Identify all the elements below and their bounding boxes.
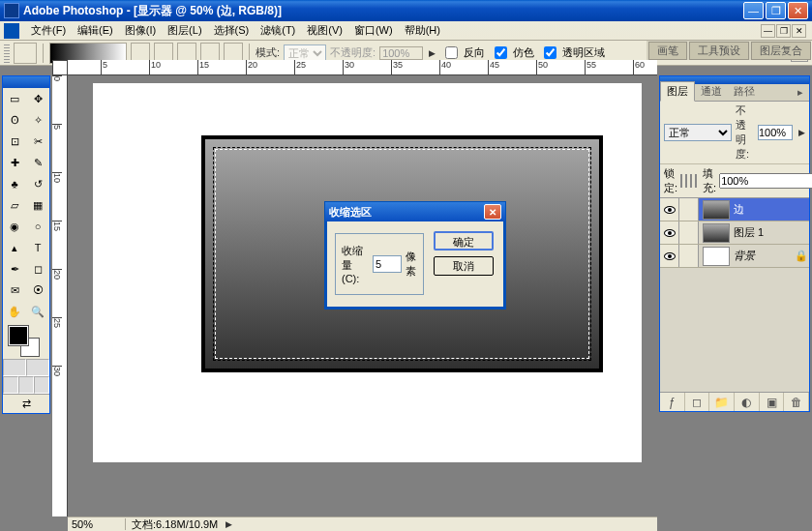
toolbox-header[interactable] — [3, 76, 49, 88]
visibility-icon[interactable] — [664, 229, 676, 237]
docinfo-menu-icon[interactable]: ▶ — [226, 519, 232, 529]
shape-tool[interactable]: ◻ — [26, 258, 49, 280]
lock-position-icon[interactable] — [690, 174, 692, 188]
ruler-vertical[interactable]: 0 5 10 15 20 25 30 — [52, 75, 68, 516]
healing-tool[interactable]: ✚ — [3, 152, 26, 173]
ruler-horizontal[interactable]: 0 5 10 15 20 25 30 35 40 45 50 55 60 — [52, 60, 657, 75]
menu-filter[interactable]: 滤镜(T) — [255, 21, 301, 40]
pen-tool[interactable]: ✒ — [3, 258, 26, 280]
notes-tool[interactable]: ✉ — [3, 280, 26, 301]
layer-name[interactable]: 背景 — [734, 249, 794, 263]
lasso-tool[interactable]: ʘ — [3, 109, 26, 131]
menu-edit[interactable]: 编辑(E) — [72, 21, 119, 40]
menu-view[interactable]: 视图(V) — [301, 21, 348, 40]
amount-input[interactable] — [373, 255, 402, 273]
path-select-tool[interactable]: ▴ — [3, 237, 26, 258]
opacity-arrow-icon[interactable]: ▶ — [429, 48, 436, 58]
tab-paths[interactable]: 路径 — [728, 82, 761, 101]
marquee-tool[interactable]: ▭ — [3, 88, 26, 109]
zoom-tool[interactable]: 🔍 — [26, 301, 49, 322]
ok-button[interactable]: 确定 — [434, 231, 494, 251]
layer-set-button[interactable]: 📁 — [709, 393, 735, 411]
link-column[interactable] — [679, 221, 699, 244]
well-tab-layercomps[interactable]: 图层复合 — [751, 42, 811, 60]
opacity-flyout-icon[interactable]: ▶ — [798, 128, 805, 137]
screenmode-full[interactable] — [34, 376, 49, 394]
lock-paint-icon[interactable] — [685, 174, 687, 188]
link-column[interactable] — [679, 245, 699, 267]
cancel-button[interactable]: 取消 — [434, 256, 494, 276]
dialog-titlebar[interactable]: 收缩选区 ✕ — [325, 202, 505, 221]
dodge-tool[interactable]: ○ — [26, 216, 49, 237]
stamp-tool[interactable]: ♣ — [3, 173, 26, 194]
dialog-close-button[interactable]: ✕ — [484, 204, 501, 220]
eyedropper-tool[interactable]: ⦿ — [26, 280, 49, 301]
foreground-color[interactable] — [9, 326, 28, 345]
layer-row[interactable]: 边 — [660, 198, 809, 221]
visibility-icon[interactable] — [664, 252, 676, 260]
layer-opacity-input[interactable] — [758, 125, 793, 140]
minimize-button[interactable]: — — [743, 2, 764, 19]
wand-tool[interactable]: ✧ — [26, 109, 49, 131]
mdi-restore[interactable]: ❐ — [776, 24, 791, 38]
menu-window[interactable]: 窗口(W) — [348, 21, 399, 40]
menu-help[interactable]: 帮助(H) — [399, 21, 446, 40]
menu-select[interactable]: 选择(S) — [208, 21, 256, 40]
tab-layers[interactable]: 图层 — [660, 81, 695, 102]
jump-to-imageready[interactable]: ⇄ — [3, 394, 49, 413]
layer-blend-mode[interactable]: 正常 — [664, 124, 732, 141]
well-tab-brushes[interactable]: 画笔 — [648, 42, 687, 60]
tool-preset-picker[interactable] — [14, 43, 37, 64]
quickmask-mode[interactable] — [26, 359, 49, 376]
tab-channels[interactable]: 通道 — [695, 82, 728, 101]
brush-tool[interactable]: ✎ — [26, 152, 49, 173]
menu-file[interactable]: 文件(F) — [25, 21, 72, 40]
lock-all-icon[interactable] — [695, 174, 697, 188]
gradient-tool[interactable]: ▦ — [26, 194, 49, 216]
maximize-button[interactable]: ❐ — [766, 2, 786, 19]
crop-tool[interactable]: ⊡ — [3, 131, 26, 152]
ruler-origin[interactable] — [52, 60, 68, 75]
layer-mask-button[interactable]: ◻ — [685, 393, 710, 411]
lock-transparency-icon[interactable] — [680, 174, 682, 188]
well-tab-presets[interactable]: 工具预设 — [689, 42, 749, 60]
menu-layer[interactable]: 图层(L) — [162, 21, 207, 40]
layer-row[interactable]: 背景 🔒 — [660, 245, 809, 268]
layer-name[interactable]: 图层 1 — [734, 225, 809, 240]
visibility-icon[interactable] — [664, 206, 676, 214]
transparency-checkbox[interactable] — [544, 46, 556, 59]
hand-tool[interactable]: ✋ — [3, 301, 26, 322]
link-column[interactable] — [679, 198, 699, 221]
screenmode-menubar[interactable] — [18, 376, 34, 394]
close-button[interactable]: ✕ — [788, 2, 808, 19]
move-tool[interactable]: ✥ — [26, 88, 49, 109]
standard-mode[interactable] — [3, 359, 26, 376]
document-info[interactable]: 文档:6.18M/10.9M — [126, 517, 224, 532]
zoom-level[interactable]: 50% — [68, 518, 126, 530]
layer-row[interactable]: 图层 1 — [660, 221, 809, 245]
adjustment-layer-button[interactable]: ◐ — [735, 393, 760, 411]
dither-checkbox[interactable] — [495, 46, 507, 59]
blur-tool[interactable]: ◉ — [3, 216, 26, 237]
slice-tool[interactable]: ✂ — [26, 131, 49, 152]
layer-thumbnail[interactable] — [703, 200, 730, 220]
menu-image[interactable]: 图像(I) — [119, 21, 162, 40]
reverse-checkbox[interactable] — [445, 46, 458, 59]
fill-input[interactable] — [719, 173, 812, 189]
grip-icon[interactable] — [4, 44, 10, 63]
new-layer-button[interactable]: ▣ — [760, 393, 785, 411]
type-tool[interactable]: T — [26, 237, 49, 258]
delete-layer-button[interactable]: 🗑 — [784, 393, 809, 411]
layer-thumbnail[interactable] — [703, 247, 730, 266]
blend-mode-select[interactable]: 正常 — [284, 44, 326, 62]
mdi-close[interactable]: ✕ — [792, 24, 806, 38]
opacity-input[interactable] — [379, 46, 423, 60]
layer-thumbnail[interactable] — [703, 223, 730, 243]
history-brush-tool[interactable]: ↺ — [26, 173, 49, 194]
panel-menu-icon[interactable]: ▸ — [792, 84, 809, 101]
eraser-tool[interactable]: ▱ — [3, 194, 26, 216]
mdi-minimize[interactable]: — — [761, 24, 775, 38]
layer-name[interactable]: 边 — [734, 202, 809, 217]
layer-style-button[interactable]: ƒ — [660, 393, 685, 411]
screenmode-standard[interactable] — [3, 376, 18, 394]
